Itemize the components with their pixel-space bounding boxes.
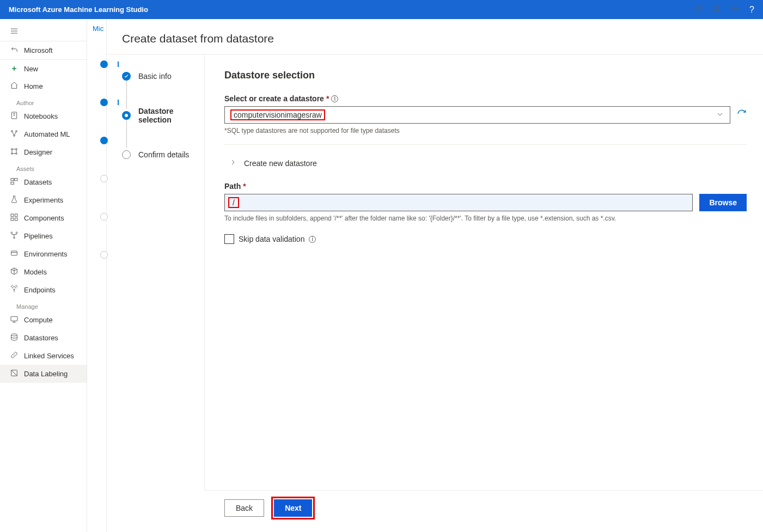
browse-button[interactable]: Browse (699, 194, 747, 211)
svg-rect-20 (11, 251, 17, 255)
svg-rect-10 (11, 179, 14, 181)
clock-icon[interactable] (694, 4, 703, 15)
pipeline-icon (10, 231, 19, 241)
bell-icon[interactable] (712, 4, 721, 15)
nav-labeling[interactable]: Data Labeling (0, 365, 87, 383)
nav-datastores[interactable]: Datastores (0, 329, 87, 347)
nav-datasets[interactable]: Datasets (0, 173, 87, 191)
home-icon (10, 81, 19, 91)
nav-pipelines[interactable]: Pipelines (0, 227, 87, 245)
compute-icon (10, 315, 19, 325)
nav-components[interactable]: Components (0, 209, 87, 227)
peek-tab-label: Mic (93, 25, 103, 33)
help-icon[interactable]: ? (749, 5, 754, 15)
wizard-form: Datastore selection Select or create a d… (205, 54, 763, 490)
gear-icon[interactable] (731, 4, 740, 15)
refresh-icon[interactable] (737, 109, 747, 121)
nav-notebooks[interactable]: Notebooks (0, 107, 87, 125)
wizard-steps: Basic info Datastore selection Confirm d… (107, 54, 205, 490)
nav-compute[interactable]: Compute (0, 311, 87, 329)
required-indicator: * (326, 94, 329, 103)
path-label: Path * (224, 182, 747, 191)
pending-step-dot (122, 150, 131, 159)
chevron-right-icon (229, 158, 237, 169)
skip-validation-checkbox[interactable]: Skip data validation i (224, 234, 747, 244)
section-author: Author (0, 95, 87, 107)
svg-point-6 (11, 149, 13, 150)
svg-rect-16 (15, 218, 17, 221)
nav-designer[interactable]: Designer (0, 143, 87, 161)
path-input[interactable]: / (224, 194, 693, 211)
wizard-title: Create dataset from datastore (107, 19, 763, 54)
info-icon[interactable]: i (309, 236, 316, 243)
svg-point-4 (16, 131, 17, 132)
cube-icon (10, 267, 19, 277)
endpoint-icon (10, 285, 19, 295)
nav-new[interactable]: ＋ New (0, 60, 87, 77)
chevron-down-icon (716, 110, 724, 120)
nav-models[interactable]: Models (0, 263, 87, 281)
flask-icon (10, 195, 19, 205)
svg-point-8 (11, 153, 13, 155)
path-hint: To include files in subfolders, append '… (224, 215, 747, 222)
current-step-dot (122, 111, 131, 120)
breadcrumb-back[interactable]: Microsoft (0, 41, 87, 59)
nav-home[interactable]: Home (0, 77, 87, 95)
database-icon (10, 333, 19, 343)
breadcrumb-label: Microsoft (24, 46, 53, 54)
svg-point-19 (14, 237, 15, 239)
link-icon (10, 351, 19, 361)
components-icon (10, 213, 19, 223)
topbar-actions: ? (694, 4, 754, 15)
next-button[interactable]: Next (274, 499, 312, 517)
app-title: Microsoft Azure Machine Learning Studio (9, 5, 694, 14)
svg-point-17 (11, 232, 13, 234)
datastore-label: Select or create a datastore * i (224, 94, 747, 103)
datastore-hint: *SQL type datastores are not supported f… (224, 127, 747, 134)
hamburger-icon[interactable] (0, 23, 87, 41)
nav-linked[interactable]: Linked Services (0, 347, 87, 365)
svg-point-1 (734, 8, 736, 10)
notebook-icon (10, 111, 19, 121)
svg-point-5 (14, 135, 15, 137)
svg-point-18 (16, 232, 17, 234)
datastore-value: computervisionimagesraw (230, 109, 325, 120)
svg-rect-11 (15, 179, 17, 181)
create-datastore-link[interactable]: Create new datastore (224, 155, 747, 172)
datasets-icon (10, 177, 19, 187)
sidebar: Microsoft ＋ New Home Author Notebooks Au… (0, 19, 87, 532)
svg-point-3 (11, 131, 13, 132)
nav-experiments[interactable]: Experiments (0, 191, 87, 209)
svg-rect-2 (11, 112, 16, 119)
datastore-select[interactable]: computervisionimagesraw (224, 106, 730, 124)
path-value: / (228, 197, 239, 208)
label-icon (10, 369, 19, 379)
check-icon (122, 72, 131, 81)
svg-rect-22 (11, 316, 17, 321)
background-wizard-peek: Mic (87, 19, 107, 532)
form-heading: Datastore selection (224, 70, 747, 81)
automl-icon (10, 129, 19, 139)
required-indicator: * (243, 182, 246, 191)
section-assets: Assets (0, 161, 87, 173)
topbar: Microsoft Azure Machine Learning Studio … (0, 0, 763, 19)
nav-endpoints[interactable]: Endpoints (0, 281, 87, 299)
section-manage: Manage (0, 299, 87, 311)
nav-automl[interactable]: Automated ML (0, 125, 87, 143)
svg-rect-12 (11, 182, 14, 184)
svg-point-9 (16, 153, 17, 155)
info-icon[interactable]: i (331, 95, 338, 102)
checkbox-icon (224, 234, 234, 244)
step-confirm-details[interactable]: Confirm details (107, 148, 204, 161)
plus-icon: ＋ (10, 64, 19, 74)
wizard-panel: Create dataset from datastore Basic info… (107, 19, 763, 532)
designer-icon (10, 147, 19, 157)
step-basic-info[interactable]: Basic info (107, 70, 204, 83)
back-button[interactable]: Back (224, 499, 264, 517)
step-datastore-selection[interactable]: Datastore selection (107, 109, 204, 122)
svg-rect-13 (11, 214, 14, 217)
back-arrow-icon (10, 45, 19, 56)
nav-environments[interactable]: Environments (0, 245, 87, 263)
svg-point-7 (16, 149, 17, 150)
environment-icon (10, 249, 19, 259)
